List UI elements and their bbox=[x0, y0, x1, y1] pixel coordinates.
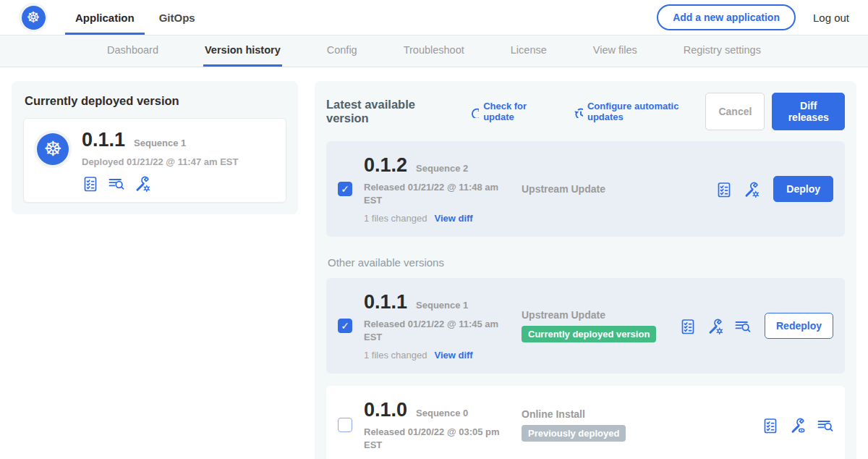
released-timestamp: Released 01/20/22 @ 03:05 pm EST bbox=[364, 426, 512, 451]
latest-version-header: Latest available version Check for updat… bbox=[326, 93, 845, 130]
version-number: 0.1.1 bbox=[364, 291, 407, 313]
auto-update-clock-icon bbox=[572, 106, 583, 118]
subnav-item-troubleshoot[interactable]: Troubleshoot bbox=[402, 35, 466, 67]
add-application-button[interactable]: Add a new application bbox=[657, 4, 796, 30]
top-nav: ☸ Application GitOps Add a new applicati… bbox=[0, 0, 868, 35]
configure-updates-label: Configure automatic updates bbox=[587, 101, 705, 122]
checkmark-icon: ✓ bbox=[341, 184, 349, 194]
deployed-timestamp: Deployed 01/21/22 @ 11:47 am EST bbox=[82, 156, 238, 167]
tab-application[interactable]: Application bbox=[65, 0, 145, 35]
config-wrench-gear-icon[interactable] bbox=[134, 175, 150, 192]
config-wrench-gear-icon[interactable] bbox=[743, 181, 760, 198]
view-diff-link[interactable]: View diff bbox=[434, 350, 472, 361]
versions-panel: Latest available version Check for updat… bbox=[315, 81, 856, 459]
diff-releases-button[interactable]: Diff releases bbox=[772, 93, 845, 130]
tab-application-label: Application bbox=[75, 12, 135, 24]
app-sub-nav: Dashboard Version history Config Trouble… bbox=[0, 35, 868, 67]
version-row-0-1-0: ✓ 0.1.0 Sequence 0 Released 01/20/22 @ 0… bbox=[326, 386, 845, 459]
preflight-checklist-icon[interactable] bbox=[762, 417, 778, 434]
files-changed-label: 1 files changed bbox=[364, 350, 427, 361]
subnav-item-registry-settings[interactable]: Registry settings bbox=[682, 35, 762, 67]
configure-updates-link[interactable]: Configure automatic updates bbox=[572, 101, 706, 122]
version-source-label: Upstream Update bbox=[522, 309, 679, 321]
view-diff-link[interactable]: View diff bbox=[434, 213, 472, 224]
view-files-search-icon[interactable] bbox=[734, 318, 751, 334]
version-row-0-1-1: ✓ 0.1.1 Sequence 1 Released 01/21/22 @ 1… bbox=[326, 278, 845, 374]
preflight-checklist-icon[interactable] bbox=[82, 175, 98, 192]
version-checkbox[interactable]: ✓ bbox=[338, 418, 352, 432]
tab-gitops[interactable]: GitOps bbox=[149, 0, 205, 35]
checkmark-icon: ✓ bbox=[341, 321, 349, 331]
preflight-checklist-icon[interactable] bbox=[715, 181, 732, 198]
subnav-item-config[interactable]: Config bbox=[326, 35, 359, 67]
logout-button[interactable]: Log out bbox=[813, 12, 849, 24]
latest-version-title: Latest available version bbox=[326, 98, 449, 125]
sequence-label: Sequence 0 bbox=[416, 408, 468, 418]
sequence-label: Sequence 1 bbox=[416, 300, 468, 311]
deployed-version-card: ☸ 0.1.1 Sequence 1 Deployed 01/21/22 @ 1… bbox=[23, 118, 286, 203]
deployed-version-number: 0.1.1 bbox=[82, 129, 125, 151]
kubernetes-app-icon: ☸ bbox=[37, 133, 69, 165]
tab-gitops-label: GitOps bbox=[159, 12, 195, 24]
version-source-label: Upstream Update bbox=[522, 183, 715, 195]
sequence-label: Sequence 2 bbox=[416, 163, 468, 174]
config-view-wrench-eye-icon[interactable] bbox=[789, 417, 806, 434]
version-row-0-1-2: ✓ 0.1.2 Sequence 2 Released 01/21/22 @ 1… bbox=[326, 141, 845, 237]
deployed-card-title: Currently deployed version bbox=[25, 94, 286, 108]
version-number: 0.1.2 bbox=[364, 154, 407, 177]
subnav-item-version-history[interactable]: Version history bbox=[203, 35, 282, 67]
kubernetes-logo-icon: ☸ bbox=[22, 6, 46, 30]
refresh-icon bbox=[468, 106, 479, 118]
other-versions-title: Other available versions bbox=[328, 256, 843, 269]
subnav-item-view-files[interactable]: View files bbox=[592, 35, 639, 67]
config-wrench-gear-icon[interactable] bbox=[707, 318, 723, 334]
cancel-button[interactable]: Cancel bbox=[705, 93, 765, 130]
deployed-sequence-label: Sequence 1 bbox=[134, 138, 186, 148]
subnav-item-dashboard[interactable]: Dashboard bbox=[106, 35, 160, 67]
preflight-checklist-icon[interactable] bbox=[679, 318, 696, 334]
version-number: 0.1.0 bbox=[364, 399, 407, 421]
previously-deployed-badge: Previously deployed bbox=[522, 425, 626, 442]
currently-deployed-badge: Currently deployed version bbox=[522, 326, 656, 342]
app-icon-ring: ☸ bbox=[34, 130, 72, 168]
deploy-button[interactable]: Deploy bbox=[773, 176, 833, 202]
released-timestamp: Released 01/21/22 @ 11:45 am EST bbox=[364, 318, 512, 343]
version-source-label: Online Install bbox=[522, 408, 762, 420]
redeploy-button[interactable]: Redeploy bbox=[765, 313, 833, 339]
version-checkbox[interactable]: ✓ bbox=[338, 319, 352, 333]
files-changed-label: 1 files changed bbox=[364, 213, 427, 224]
check-for-update-label: Check for update bbox=[483, 101, 553, 122]
check-for-update-link[interactable]: Check for update bbox=[468, 101, 553, 122]
released-timestamp: Released 01/21/22 @ 11:48 am EST bbox=[364, 181, 512, 206]
app-logo: ☸ bbox=[19, 3, 48, 32]
version-checkbox[interactable]: ✓ bbox=[338, 182, 352, 196]
currently-deployed-card: Currently deployed version ☸ 0.1.1 Seque… bbox=[12, 81, 298, 214]
view-files-search-icon[interactable] bbox=[817, 417, 833, 434]
view-files-search-icon[interactable] bbox=[108, 175, 124, 192]
subnav-item-license[interactable]: License bbox=[509, 35, 548, 67]
